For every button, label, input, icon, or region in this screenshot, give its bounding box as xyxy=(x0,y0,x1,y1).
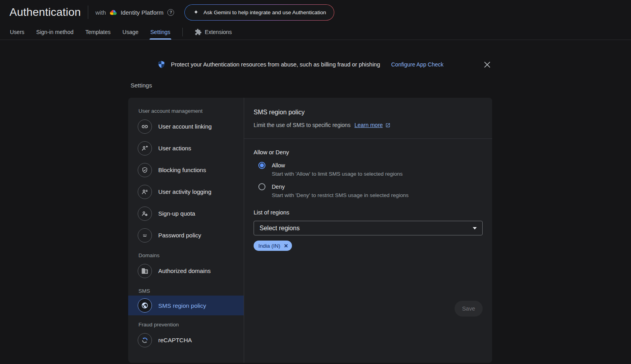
radio-option-allow[interactable]: Allow xyxy=(258,162,483,169)
radio-option-deny[interactable]: Deny xyxy=(258,183,483,190)
regions-select-value: Select regions xyxy=(260,225,299,232)
sidebar-item-user-actions[interactable]: User actions xyxy=(128,137,244,159)
user-actions-icon xyxy=(138,141,152,155)
globe-icon xyxy=(138,298,152,313)
tab-extensions[interactable]: Extensions xyxy=(195,25,232,40)
settings-heading: Settings xyxy=(131,82,631,89)
section-user-account-management: User account management xyxy=(138,108,244,114)
open-in-new-icon[interactable] xyxy=(385,123,390,128)
banner-message: Protect your Authentication resources fr… xyxy=(171,61,380,68)
region-chip-label: India (IN) xyxy=(258,243,280,249)
page-title: Authentication xyxy=(9,6,81,19)
sidebar-item-user-account-linking[interactable]: User account linking xyxy=(128,116,244,137)
active-tab-underline xyxy=(150,38,171,40)
google-cloud-icon xyxy=(109,8,117,17)
settings-sidebar: User account management User account lin… xyxy=(128,98,244,363)
ask-gemini-button[interactable]: Ask Gemini to help integrate and use Aut… xyxy=(184,4,334,21)
selected-regions: India (IN) ✕ xyxy=(254,241,483,251)
radio-deny[interactable] xyxy=(258,183,265,190)
app-check-banner: Protect your Authentication resources fr… xyxy=(0,57,631,72)
chip-remove-icon[interactable]: ✕ xyxy=(284,243,288,248)
sidebar-item-recaptcha[interactable]: reCAPTCHA xyxy=(128,329,244,351)
chevron-down-icon xyxy=(473,227,477,229)
panel-title: SMS region policy xyxy=(254,109,483,116)
close-icon[interactable] xyxy=(483,60,492,69)
sidebar-item-blocking-functions[interactable]: Blocking functions xyxy=(128,159,244,181)
user-activity-icon xyxy=(138,185,152,199)
tab-sign-in-method[interactable]: Sign-in method xyxy=(36,25,74,40)
sms-region-policy-panel: SMS region policy Limit the use of SMS t… xyxy=(244,98,492,363)
sidebar-item-sms-region-policy[interactable]: SMS region policy xyxy=(128,296,244,315)
shield-check-icon xyxy=(138,163,152,177)
tab-divider xyxy=(182,28,183,36)
panel-header: SMS region policy Limit the use of SMS t… xyxy=(244,98,492,139)
allow-label: Allow xyxy=(272,162,285,169)
save-button[interactable]: Save xyxy=(455,301,483,317)
tab-usage[interactable]: Usage xyxy=(123,25,138,40)
user-gear-icon xyxy=(138,207,152,221)
puzzle-icon xyxy=(195,28,202,36)
platform-name: Identity Platform xyxy=(121,9,163,16)
password-dots-icon xyxy=(138,228,152,243)
region-chip-india[interactable]: India (IN) ✕ xyxy=(254,241,292,251)
allow-or-deny-label: Allow or Deny xyxy=(254,149,483,155)
deny-description: Start with 'Deny' to restrict SMS usage … xyxy=(272,192,483,198)
identity-platform-label: with Identity Platform ? xyxy=(95,8,174,17)
allow-description: Start with 'Allow' to limit SMS usage to… xyxy=(272,171,483,177)
with-label: with xyxy=(95,9,106,16)
tab-users[interactable]: Users xyxy=(10,25,25,40)
app-check-shield-icon xyxy=(157,60,166,69)
settings-card: User account management User account lin… xyxy=(128,98,492,363)
sidebar-item-authorized-domains[interactable]: Authorized domains xyxy=(128,260,244,282)
tab-bar: Users Sign-in method Templates Usage Set… xyxy=(0,25,631,40)
section-domains: Domains xyxy=(138,252,244,258)
radio-dot xyxy=(260,163,264,167)
list-of-regions-label: List of regions xyxy=(254,209,483,216)
tab-settings[interactable]: Settings xyxy=(150,25,171,40)
link-icon xyxy=(138,119,152,134)
gemini-sparkle-icon xyxy=(193,9,199,16)
configure-app-check-link[interactable]: Configure App Check xyxy=(391,61,443,68)
app-header: Authentication with Identity Platform ? … xyxy=(0,0,631,25)
help-icon[interactable]: ? xyxy=(167,9,174,16)
sidebar-item-sign-up-quota[interactable]: Sign-up quota xyxy=(128,203,244,224)
deny-label: Deny xyxy=(272,184,285,190)
learn-more-link[interactable]: Learn more xyxy=(354,122,383,128)
ask-gemini-label: Ask Gemini to help integrate and use Aut… xyxy=(203,9,326,15)
sidebar-item-user-activity-logging[interactable]: User activity logging xyxy=(128,181,244,203)
regions-select[interactable]: Select regions xyxy=(254,221,483,235)
header-divider xyxy=(88,6,88,19)
section-sms: SMS xyxy=(138,288,244,294)
panel-body: Allow or Deny Allow Start with 'Allow' t… xyxy=(244,139,492,317)
section-fraud-prevention: Fraud prevention xyxy=(138,322,244,328)
tab-templates[interactable]: Templates xyxy=(85,25,111,40)
recaptcha-icon xyxy=(138,333,152,347)
radio-allow[interactable] xyxy=(258,162,265,169)
panel-description: Limit the use of SMS to specific regions… xyxy=(254,122,483,128)
save-row: Save xyxy=(254,301,483,317)
sidebar-item-password-policy[interactable]: Password policy xyxy=(128,224,244,246)
building-icon xyxy=(138,264,152,278)
